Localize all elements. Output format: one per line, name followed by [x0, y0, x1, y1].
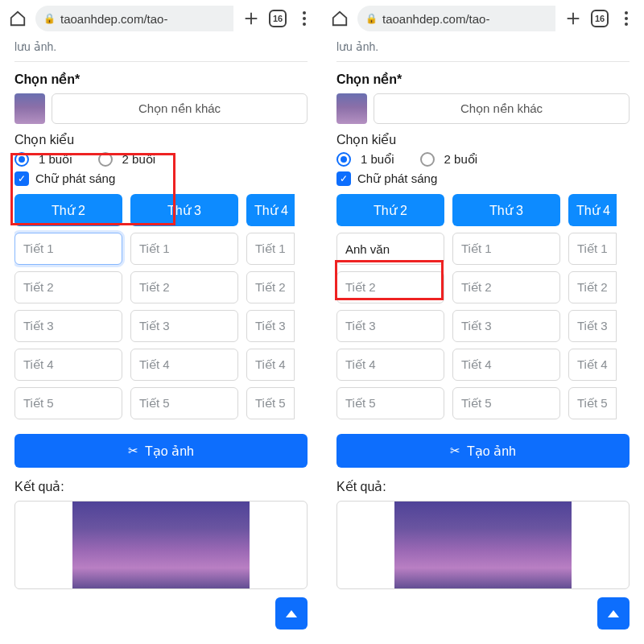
create-image-button[interactable]: ✂ Tạo ảnh: [14, 434, 308, 468]
tabs-icon[interactable]: 16: [269, 10, 287, 27]
cell-d2-t5[interactable]: Tiết 5: [336, 387, 444, 419]
radio-2-label: 2 buổi: [444, 152, 478, 167]
cell-d3-t3[interactable]: Tiết 3: [130, 310, 238, 342]
choose-bg-button[interactable]: Chọn nền khác: [374, 93, 630, 124]
cell-d4-t1[interactable]: Tiết 1: [568, 233, 617, 265]
cell-d3-t5[interactable]: Tiết 5: [452, 387, 560, 419]
result-preview: [336, 501, 630, 589]
cell-d4-t5[interactable]: Tiết 5: [246, 387, 295, 419]
schedule-grid: Thứ 2 Anh văn Tiết 2 Tiết 3 Tiết 4 Tiết …: [336, 194, 630, 419]
scissors-icon: ✂: [128, 444, 138, 458]
cell-d2-t4[interactable]: Tiết 4: [336, 349, 444, 381]
result-preview: [14, 501, 308, 589]
radio-2-buoi[interactable]: [98, 152, 113, 167]
radio-1-buoi[interactable]: [14, 152, 29, 167]
cell-d2-t1[interactable]: Tiết 1: [14, 233, 122, 265]
radio-1-label: 1 buổi: [39, 152, 72, 167]
bg-section-title: Chọn nền*: [14, 72, 308, 87]
cell-d2-t2[interactable]: Tiết 2: [336, 271, 444, 303]
truncated-text: lưu ảnh.: [14, 37, 308, 61]
cell-d2-t3[interactable]: Tiết 3: [336, 310, 444, 342]
cell-d4-t3[interactable]: Tiết 3: [246, 310, 295, 342]
result-image: [72, 502, 250, 589]
truncated-text: lưu ảnh.: [336, 37, 630, 61]
svg-point-7: [625, 11, 628, 14]
url-text: taoanhdep.com/tao-: [382, 12, 489, 26]
cell-d2-t4[interactable]: Tiết 4: [14, 349, 122, 381]
create-image-button[interactable]: ✂ Tạo ảnh: [336, 434, 630, 468]
svg-point-9: [625, 23, 628, 26]
style-section-title: Chọn kiểu: [14, 132, 308, 147]
divider: [336, 61, 630, 62]
glow-label: Chữ phát sáng: [35, 171, 115, 186]
scroll-top-button[interactable]: [275, 597, 308, 630]
cell-d4-t3[interactable]: Tiết 3: [568, 310, 617, 342]
glow-checkbox[interactable]: ✓: [336, 171, 351, 186]
divider: [14, 61, 308, 62]
cell-d4-t4[interactable]: Tiết 4: [568, 349, 617, 381]
result-label: Kết quả:: [14, 479, 308, 494]
bg-thumbnail[interactable]: [336, 93, 367, 124]
cell-d3-t5[interactable]: Tiết 5: [130, 387, 238, 419]
radio-1-label: 1 buổi: [361, 152, 394, 167]
cell-d3-t3[interactable]: Tiết 3: [452, 310, 560, 342]
cell-d4-t2[interactable]: Tiết 2: [568, 271, 617, 303]
menu-icon[interactable]: [295, 9, 314, 28]
chevron-up-icon: [608, 610, 619, 617]
home-icon[interactable]: [8, 9, 27, 28]
choose-bg-button[interactable]: Chọn nền khác: [52, 93, 308, 124]
cell-d3-t4[interactable]: Tiết 4: [452, 349, 560, 381]
new-tab-icon[interactable]: [564, 9, 583, 28]
cell-d2-t1[interactable]: Anh văn: [336, 233, 444, 265]
result-label: Kết quả:: [336, 479, 630, 494]
svg-point-4: [303, 23, 306, 26]
day-header-2[interactable]: Thứ 2: [336, 194, 444, 226]
day-header-4[interactable]: Thứ 4: [568, 194, 617, 226]
cell-d4-t4[interactable]: Tiết 4: [246, 349, 295, 381]
scroll-top-button[interactable]: [597, 597, 630, 630]
schedule-grid: Thứ 2 Tiết 1 Tiết 2 Tiết 3 Tiết 4 Tiết 5…: [14, 194, 308, 419]
cell-d2-t3[interactable]: Tiết 3: [14, 310, 122, 342]
result-image: [394, 502, 572, 589]
radio-1-buoi[interactable]: [336, 152, 351, 167]
day-header-4[interactable]: Thứ 4: [246, 194, 295, 226]
tabs-icon[interactable]: 16: [591, 10, 609, 27]
bg-section-title: Chọn nền*: [336, 72, 630, 87]
new-tab-icon[interactable]: [242, 9, 261, 28]
svg-point-2: [303, 11, 306, 14]
cell-d3-t2[interactable]: Tiết 2: [130, 271, 238, 303]
day-header-2[interactable]: Thứ 2: [14, 194, 122, 226]
url-text: taoanhdep.com/tao-: [60, 12, 167, 26]
glow-label: Chữ phát sáng: [357, 171, 437, 186]
glow-checkbox[interactable]: ✓: [14, 171, 29, 186]
day-header-3[interactable]: Thứ 3: [130, 194, 238, 226]
chevron-up-icon: [286, 610, 297, 617]
svg-point-3: [303, 17, 306, 20]
radio-2-buoi[interactable]: [420, 152, 435, 167]
url-bar[interactable]: 🔒 taoanhdep.com/tao-: [357, 6, 555, 31]
cell-d3-t2[interactable]: Tiết 2: [452, 271, 560, 303]
cell-d3-t1[interactable]: Tiết 1: [130, 233, 238, 265]
style-section-title: Chọn kiểu: [336, 132, 630, 147]
lock-icon: 🔒: [365, 13, 378, 24]
lock-icon: 🔒: [43, 13, 56, 24]
svg-point-8: [625, 17, 628, 20]
home-icon[interactable]: [330, 9, 349, 28]
cell-d2-t2[interactable]: Tiết 2: [14, 271, 122, 303]
url-bar[interactable]: 🔒 taoanhdep.com/tao-: [35, 6, 233, 31]
cell-d3-t1[interactable]: Tiết 1: [452, 233, 560, 265]
cell-d2-t5[interactable]: Tiết 5: [14, 387, 122, 419]
cell-d4-t1[interactable]: Tiết 1: [246, 233, 295, 265]
radio-2-label: 2 buổi: [122, 152, 156, 167]
scissors-icon: ✂: [450, 444, 460, 458]
day-header-3[interactable]: Thứ 3: [452, 194, 560, 226]
menu-icon[interactable]: [617, 9, 636, 28]
bg-thumbnail[interactable]: [14, 93, 45, 124]
cell-d4-t5[interactable]: Tiết 5: [568, 387, 617, 419]
cell-d4-t2[interactable]: Tiết 2: [246, 271, 295, 303]
cell-d3-t4[interactable]: Tiết 4: [130, 349, 238, 381]
